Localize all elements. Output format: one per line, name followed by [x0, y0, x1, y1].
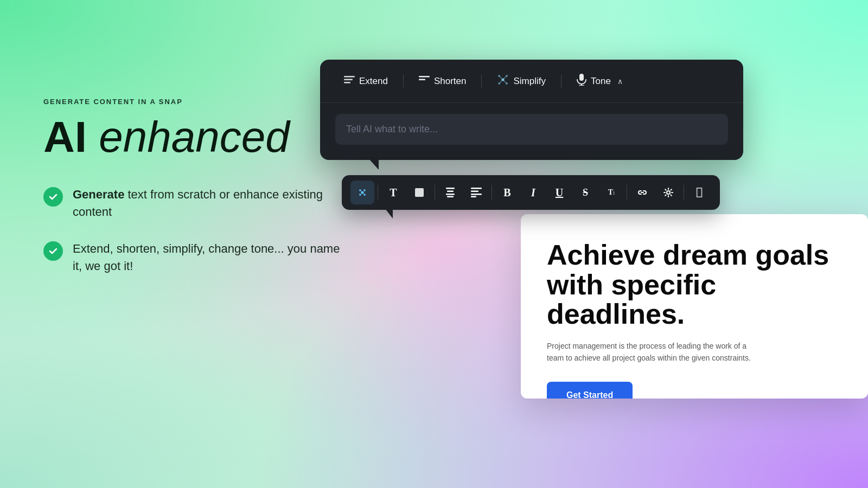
tone-label: Tone: [591, 76, 611, 87]
bold-format-button[interactable]: B: [495, 181, 519, 204]
shorten-label: Shorten: [434, 76, 467, 87]
simplify-label: Simplify: [513, 76, 546, 87]
headline-bold: AI: [43, 113, 87, 161]
svg-rect-27: [471, 188, 482, 189]
feature-list: Generate text from scratch or enhance ex…: [43, 186, 342, 275]
checkmark-svg-2: [48, 246, 59, 256]
shorten-svg: [419, 74, 430, 85]
ai-toolbar: Extend Shorten: [320, 60, 743, 160]
svg-line-11: [503, 76, 507, 80]
extend-button[interactable]: Extend: [335, 70, 397, 92]
svg-rect-25: [446, 194, 455, 195]
svg-rect-4: [419, 79, 425, 81]
extend-label: Extend: [359, 76, 388, 87]
svg-point-18: [363, 189, 366, 191]
feature-item-1: Generate text from scratch or enhance ex…: [43, 186, 342, 221]
svg-rect-1: [344, 79, 353, 81]
ai-toolbar-buttons: Extend Shorten: [320, 60, 743, 103]
ai-sparkle-button[interactable]: [350, 181, 374, 204]
feature-bold-1: Generate: [73, 188, 124, 201]
format-toolbar: T B I U S T↕: [342, 175, 720, 210]
headline-italic: enhanced: [87, 113, 290, 161]
left-content: GENERATE CONTENT IN A SNAP AI enhanced G…: [43, 98, 342, 275]
svg-rect-3: [419, 76, 430, 78]
format-divider-4: [627, 185, 627, 200]
shorten-button[interactable]: Shorten: [410, 70, 475, 92]
block-svg: [414, 187, 425, 198]
feature-text-1: Generate text from scratch or enhance ex…: [73, 186, 342, 221]
headline: AI enhanced: [43, 114, 342, 160]
get-started-button[interactable]: Get Started: [547, 382, 633, 399]
divider-2: [481, 75, 482, 88]
more-options-button[interactable]: ⌷: [687, 181, 711, 204]
svg-rect-0: [344, 76, 355, 78]
italic-format-button[interactable]: I: [521, 181, 545, 204]
simplify-svg: [497, 74, 509, 86]
svg-rect-29: [471, 194, 482, 195]
svg-line-13: [503, 80, 507, 84]
svg-line-10: [499, 76, 503, 80]
format-divider-5: [684, 185, 684, 200]
align-left-svg: [471, 188, 482, 197]
svg-point-17: [359, 189, 361, 191]
simplify-icon: [497, 74, 509, 88]
preview-card: Achieve dream goals with specific deadli…: [521, 214, 868, 399]
strikethrough-format-button[interactable]: S: [573, 181, 597, 204]
font-size-button[interactable]: T↕: [599, 181, 623, 204]
align-left-button[interactable]: [464, 181, 488, 204]
extend-svg: [344, 74, 355, 85]
toolbar-input-area: [320, 103, 743, 160]
settings-format-button[interactable]: [656, 181, 680, 204]
check-icon-1: [43, 187, 63, 207]
block-button[interactable]: [407, 181, 431, 204]
divider-1: [403, 75, 404, 88]
chevron-up-icon: ∧: [617, 77, 623, 86]
svg-line-12: [499, 80, 503, 84]
format-divider-2: [435, 185, 435, 200]
svg-rect-22: [415, 188, 424, 197]
feature-item-2: Extend, shorten, simplify, change tone..…: [43, 240, 342, 275]
tone-button[interactable]: Tone ∧: [568, 69, 631, 93]
svg-rect-24: [447, 191, 454, 192]
svg-rect-28: [471, 191, 478, 192]
simplify-button[interactable]: Simplify: [488, 69, 554, 93]
tone-svg: [577, 74, 586, 86]
settings-svg: [663, 187, 674, 198]
link-svg: [637, 189, 648, 196]
check-icon-2: [43, 241, 63, 261]
svg-rect-26: [447, 196, 454, 198]
svg-point-19: [359, 194, 361, 196]
divider-3: [561, 75, 561, 88]
tone-icon: [577, 74, 586, 88]
link-button[interactable]: [630, 181, 654, 204]
preview-body: Project management is the process of lea…: [547, 340, 753, 364]
svg-rect-30: [471, 196, 476, 198]
svg-point-21: [361, 191, 364, 194]
svg-rect-2: [344, 82, 350, 84]
format-divider-1: [378, 185, 378, 200]
checkmark-svg-1: [48, 191, 59, 202]
svg-rect-14: [579, 74, 584, 81]
svg-point-20: [363, 194, 366, 196]
svg-point-31: [667, 191, 670, 194]
format-divider-3: [492, 185, 492, 200]
align-center-svg: [445, 188, 456, 197]
align-center-button[interactable]: [438, 181, 462, 204]
sparkle-svg: [357, 187, 368, 198]
eyebrow-text: GENERATE CONTENT IN A SNAP: [43, 98, 342, 106]
svg-rect-23: [446, 188, 455, 189]
ai-prompt-input[interactable]: [335, 114, 728, 145]
preview-headline: Achieve dream goals with specific deadli…: [547, 240, 842, 329]
feature-text-2: Extend, shorten, simplify, change tone..…: [73, 240, 342, 275]
text-type-button[interactable]: T: [381, 181, 405, 204]
underline-format-button[interactable]: U: [547, 181, 571, 204]
extend-icon: [344, 74, 355, 88]
shorten-icon: [419, 74, 430, 88]
